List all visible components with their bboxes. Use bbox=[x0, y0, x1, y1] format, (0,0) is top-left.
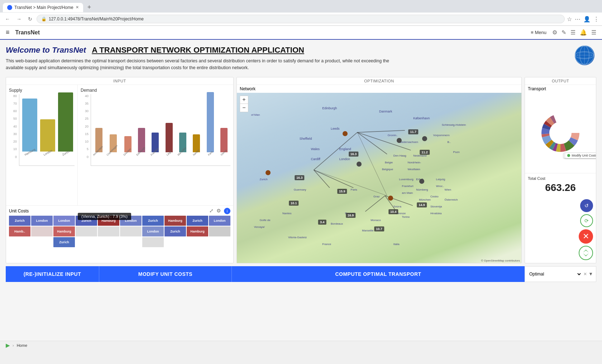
map-text-sheffield: Sheffield bbox=[300, 137, 312, 140]
map-text-graz: Graz bbox=[373, 195, 379, 198]
forward-button[interactable]: → bbox=[14, 15, 24, 23]
new-tab-button[interactable]: + bbox=[85, 2, 94, 13]
optimal-select[interactable]: Optimal bbox=[528, 271, 582, 277]
map-bg bbox=[237, 93, 521, 263]
tab-close-button[interactable]: ✕ bbox=[76, 5, 79, 10]
heatmap-cell[interactable] bbox=[31, 226, 53, 236]
list-icon[interactable]: ☰ bbox=[570, 29, 575, 36]
active-tab[interactable]: TransNet > Main Project/Home ✕ bbox=[3, 3, 83, 12]
heatmap-cell[interactable] bbox=[209, 226, 230, 236]
reinit-fab-button[interactable]: ↺ bbox=[580, 199, 593, 212]
map-text-pozn: Pozn bbox=[453, 150, 459, 154]
address-bar[interactable]: 🔒 127.0.0.1:49478/TransNet/Main%20Projec… bbox=[37, 15, 565, 23]
welcome-section: Welcome to TransNet A TRANSPORT NETWORK … bbox=[6, 46, 596, 71]
heatmap-cell[interactable]: London bbox=[142, 226, 164, 236]
bookmark-button[interactable]: ☆ bbox=[567, 16, 572, 23]
heatmap-cell[interactable] bbox=[142, 237, 164, 247]
heatmap-cell[interactable] bbox=[98, 226, 119, 236]
more-button[interactable]: ⋮ bbox=[593, 16, 599, 23]
heatmap-cell[interactable]: London bbox=[209, 216, 230, 226]
edit-icon[interactable]: ✎ bbox=[562, 29, 566, 36]
node-hamburg bbox=[343, 131, 348, 136]
heatmap-col-9: Zurich Hamburg bbox=[187, 216, 208, 247]
node-zurich bbox=[388, 196, 393, 201]
extensions-button[interactable]: ⋯ bbox=[575, 16, 580, 23]
flow-label-112: 11.2 bbox=[420, 150, 430, 155]
modify-unit-costs-button[interactable]: MODIFY UNIT COSTS bbox=[99, 266, 231, 282]
info-icon[interactable]: i bbox=[224, 208, 230, 214]
filter-icon[interactable]: ☰ bbox=[591, 29, 596, 36]
account-button[interactable]: 👤 bbox=[583, 16, 591, 23]
heatmap-col-3: London Hamburg Zurich bbox=[53, 216, 75, 247]
optimization-panel: OPTIMIZATION Network Edinburgh Leeds She… bbox=[236, 77, 522, 263]
heatmap-cell[interactable]: Hamburg bbox=[187, 226, 208, 236]
header-icons: ⚙ ✎ ☰ 🔔 ☰ bbox=[552, 29, 596, 36]
status-logo: ▶ bbox=[6, 343, 10, 348]
demand-bar-nantes: Nantes bbox=[190, 134, 203, 157]
settings-icon[interactable]: ⚙ bbox=[552, 29, 557, 36]
optimal-clear-button[interactable]: ✕ bbox=[583, 272, 587, 277]
supply-title: Supply bbox=[9, 88, 75, 93]
flow-label-34: 3.4 bbox=[318, 220, 326, 225]
navigate-fab-button[interactable] bbox=[579, 246, 593, 260]
input-panel-body: Supply 80 70 60 50 40 30 20 10 bbox=[6, 85, 233, 263]
breadcrumb-separator: › bbox=[13, 343, 14, 348]
donut-area bbox=[525, 93, 596, 173]
supply-bar-london: London bbox=[40, 119, 55, 157]
heatmap-cell[interactable] bbox=[76, 226, 97, 236]
globe-graphic bbox=[575, 46, 594, 65]
settings-icon[interactable]: ⚙ bbox=[216, 208, 221, 214]
app-header: ≡ TransNet ≡ Menu ⚙ ✎ ☰ 🔔 ☰ bbox=[0, 26, 602, 40]
heatmap-cell[interactable] bbox=[120, 226, 142, 236]
flow-label-117: 11.7 bbox=[408, 129, 419, 134]
map-placeholder: Edinburgh Leeds Sheffield Wales Cardiff … bbox=[237, 93, 521, 263]
zoom-out-button[interactable]: − bbox=[240, 104, 248, 112]
compute-button[interactable]: COMPUTE OPTIMAL TRANSPORT bbox=[231, 266, 525, 282]
heatmap-cell[interactable]: Hamburg bbox=[53, 226, 75, 236]
map-text-cesko: Cesko bbox=[430, 195, 439, 198]
breadcrumb-home[interactable]: Home bbox=[17, 343, 27, 348]
back-button[interactable]: ← bbox=[3, 15, 12, 23]
supply-bar-zurich-rect bbox=[58, 92, 73, 152]
reinitialize-button[interactable]: (RE-)INITIALIZE INPUT bbox=[6, 266, 99, 282]
main-content: Welcome to TransNet A TRANSPORT NETWORK … bbox=[0, 40, 602, 341]
heatmap-cell[interactable]: London bbox=[31, 216, 53, 226]
network-title: Network bbox=[237, 85, 521, 93]
map-text-nantes: Nantes bbox=[282, 212, 291, 215]
heatmap-cell[interactable]: Zurich bbox=[187, 216, 208, 226]
hamburger-menu[interactable]: ≡ bbox=[6, 29, 10, 36]
heatmap-cell[interactable]: Hamb.. bbox=[9, 226, 30, 236]
heatmap-cell[interactable]: Zurich bbox=[164, 226, 186, 236]
reload-button[interactable]: ↻ bbox=[26, 15, 34, 23]
heatmap-cell[interactable]: Zurich bbox=[9, 216, 30, 226]
heatmap-cell[interactable]: Zurich bbox=[142, 216, 164, 226]
flow-label-107: 10.7 bbox=[374, 226, 384, 231]
optimal-dropdown-arrow[interactable]: ▼ bbox=[588, 271, 593, 277]
heatmap-cell[interactable]: London bbox=[53, 216, 75, 226]
map-area[interactable]: Edinburgh Leeds Sheffield Wales Cardiff … bbox=[237, 93, 521, 263]
demand-bar-copenhagen: Copenhagen bbox=[106, 134, 120, 157]
welcome-italic-title: Welcome to TransNet bbox=[6, 46, 86, 55]
expand-icon[interactable]: ⤢ bbox=[209, 208, 214, 214]
heatmap-cell[interactable]: Zurich bbox=[53, 237, 75, 247]
modify-badge[interactable]: Modify Unit Costs bbox=[565, 153, 596, 158]
globe-icon bbox=[575, 46, 596, 67]
output-panel-body: Transport bbox=[525, 85, 596, 263]
heatmap-cell[interactable]: Hamburg bbox=[164, 216, 186, 226]
notification-icon[interactable]: 🔔 bbox=[580, 29, 587, 36]
demand-bar-dresden: Dresden bbox=[121, 136, 134, 157]
node-london bbox=[266, 170, 271, 175]
map-text-france-south: France bbox=[322, 243, 331, 246]
supply-bar-zurich: Zurich bbox=[58, 92, 73, 157]
welcome-main-heading: A TRANSPORT NETWORK OPTIMIZATION APPLICA… bbox=[92, 46, 304, 55]
heatmap-col-1: Zurich Hamb.. bbox=[9, 216, 30, 247]
menu-button[interactable]: ≡ Menu bbox=[531, 30, 546, 35]
optimal-select-area: Optimal ✕ ▼ bbox=[525, 266, 596, 282]
unit-costs-icons: ⤢ ⚙ i bbox=[209, 208, 230, 214]
cancel-fab-button[interactable]: ✕ bbox=[579, 229, 593, 244]
modify-badge-label: Modify Unit Costs bbox=[572, 154, 596, 157]
total-cost-section: (Re-)initialize Input Modify Unit Costs … bbox=[525, 173, 596, 196]
modify-fab-button[interactable]: ⟳ bbox=[580, 214, 593, 227]
map-text-nordrhein: Nordrhein- bbox=[407, 161, 421, 164]
zoom-in-button[interactable]: + bbox=[240, 96, 248, 104]
